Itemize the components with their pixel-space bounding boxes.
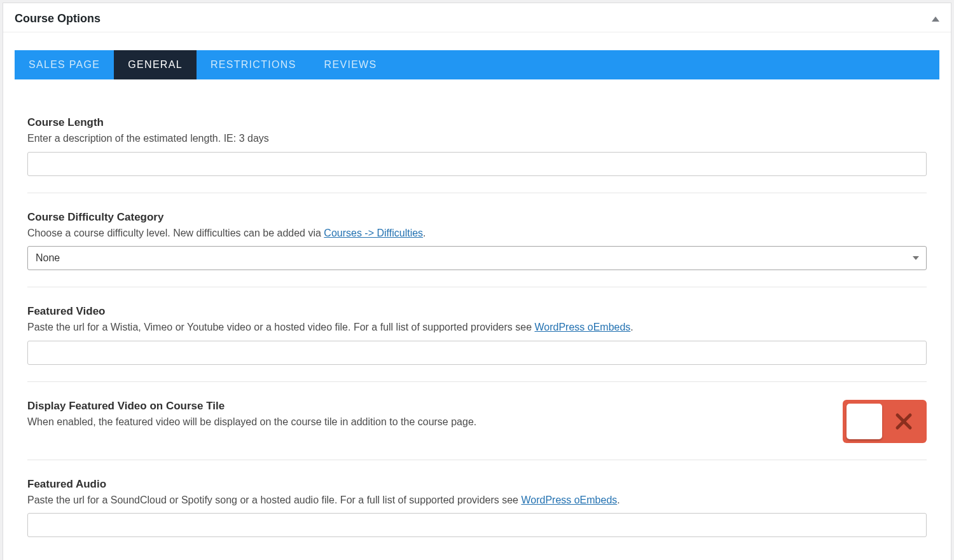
close-icon xyxy=(895,413,913,430)
difficulty-desc: Choose a course difficulty level. New di… xyxy=(27,226,927,240)
field-featured-audio: Featured Audio Paste the url for a Sound… xyxy=(27,460,927,554)
toggle-knob xyxy=(847,404,882,439)
tab-general[interactable]: GENERAL xyxy=(114,50,197,79)
difficulty-link[interactable]: Courses -> Difficulties xyxy=(324,228,423,238)
featured-audio-label: Featured Audio xyxy=(27,478,927,491)
course-length-input[interactable] xyxy=(27,152,927,176)
featured-video-desc: Paste the url for a Wistia, Vimeo or You… xyxy=(27,320,927,334)
difficulty-desc-pre: Choose a course difficulty level. New di… xyxy=(27,228,324,238)
featured-audio-desc-pre: Paste the url for a SoundCloud or Spotif… xyxy=(27,495,521,505)
difficulty-label: Course Difficulty Category xyxy=(27,211,927,224)
featured-audio-input[interactable] xyxy=(27,513,927,537)
field-course-length: Course Length Enter a description of the… xyxy=(27,99,927,193)
course-options-panel: Course Options SALES PAGE GENERAL RESTRI… xyxy=(3,3,951,560)
difficulty-select[interactable]: None xyxy=(27,246,927,270)
tab-restrictions[interactable]: RESTRICTIONS xyxy=(197,50,310,79)
course-length-desc: Enter a description of the estimated len… xyxy=(27,132,927,146)
featured-audio-link[interactable]: WordPress oEmbeds xyxy=(521,495,617,505)
difficulty-desc-post: . xyxy=(423,228,425,238)
field-video-on-tile: Display Featured Video on Course Tile Wh… xyxy=(27,381,927,460)
field-featured-video: Featured Video Paste the url for a Wisti… xyxy=(27,287,927,381)
course-length-label: Course Length xyxy=(27,116,927,129)
tab-content-general: Course Length Enter a description of the… xyxy=(15,99,939,554)
tabs-nav: SALES PAGE GENERAL RESTRICTIONS REVIEWS xyxy=(15,50,939,79)
video-on-tile-label: Display Featured Video on Course Tile xyxy=(27,400,824,413)
tab-sales-page[interactable]: SALES PAGE xyxy=(15,50,114,79)
featured-video-desc-post: . xyxy=(630,322,633,332)
video-on-tile-desc: When enabled, the featured video will be… xyxy=(27,415,824,429)
featured-video-desc-pre: Paste the url for a Wistia, Vimeo or You… xyxy=(27,322,534,332)
difficulty-selected: None xyxy=(27,246,927,270)
video-on-tile-toggle[interactable] xyxy=(843,400,927,443)
field-difficulty: Course Difficulty Category Choose a cour… xyxy=(27,193,927,287)
featured-video-input[interactable] xyxy=(27,341,927,365)
featured-audio-desc: Paste the url for a SoundCloud or Spotif… xyxy=(27,493,927,507)
featured-video-link[interactable]: WordPress oEmbeds xyxy=(534,322,630,332)
panel-header: Course Options xyxy=(3,3,951,32)
featured-audio-desc-post: . xyxy=(617,495,619,505)
tab-reviews[interactable]: REVIEWS xyxy=(310,50,391,79)
panel-title: Course Options xyxy=(15,12,100,25)
collapse-toggle-icon[interactable] xyxy=(932,17,939,22)
featured-video-label: Featured Video xyxy=(27,305,927,318)
panel-body: SALES PAGE GENERAL RESTRICTIONS REVIEWS … xyxy=(3,50,951,560)
